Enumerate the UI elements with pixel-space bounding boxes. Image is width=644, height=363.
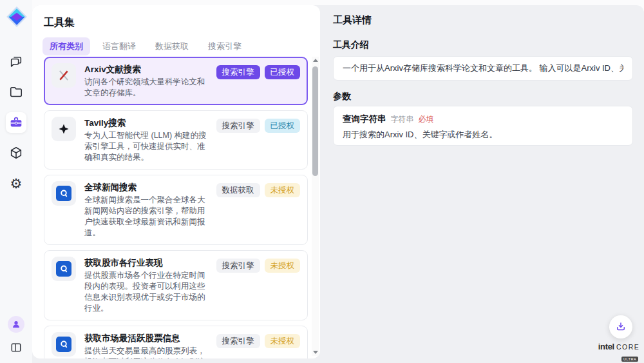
tool-icon-wrap <box>52 257 76 281</box>
card-content: 获取股市各行业表现 提供股票市场各个行业在特定时间段内的表现。投资者可以利用这些… <box>84 257 208 314</box>
sparkle-icon <box>52 117 76 141</box>
tools-panel: 工具集 所有类别 语言翻译 数据获取 搜索引擎 Arxiv文献搜索 访问各个研究… <box>32 5 320 358</box>
tool-title: Tavily搜索 <box>84 117 208 130</box>
tool-description: 全球新闻搜索是一个聚合全球各大新闻网站内容的搜索引擎，帮助用户快速获取全球最新资… <box>84 195 208 239</box>
card-content: Arxiv文献搜索 访问各个研究领域大量科学论文和文章的存储库。 <box>84 63 208 99</box>
param-box: 查询字符串 字符串 必填 用于搜索的Arxiv ID、关键字或作者姓名。 <box>333 106 633 146</box>
brand-intel-text: intel <box>598 342 614 351</box>
tool-description: 提供当天交易量最高的股票列表，投资者可以利用这些信息来识别流动性强的股票和潜在的… <box>84 346 208 358</box>
category-badge: 搜索引擎 <box>216 65 260 79</box>
intro-text: 一个用于从Arxiv存储库搜索科学论文和文章的工具。 输入可以是Arxiv ID… <box>343 63 623 74</box>
params-heading: 参数 <box>333 91 351 103</box>
cube-icon <box>9 146 23 160</box>
download-button[interactable] <box>609 315 632 338</box>
blue-search-icon <box>56 337 71 352</box>
download-icon <box>615 321 627 333</box>
tool-icon-wrap <box>52 181 76 206</box>
card-badges: 搜索引擎 已授权 <box>216 117 301 163</box>
tab-translation[interactable]: 语言翻译 <box>95 37 143 55</box>
tool-card-active-stocks[interactable]: 获取市场最活跃股票信息 提供当天交易量最高的股票列表，投资者可以利用这些信息来识… <box>44 326 308 358</box>
tab-all-categories[interactable]: 所有类别 <box>43 37 90 55</box>
card-content: Tavily搜索 专为人工智能代理 (LLM) 构建的搜索引擎工具，可快速提供实… <box>84 117 208 163</box>
sidebar-item-settings[interactable]: ⚙ <box>6 173 26 193</box>
sidebar-item-chat[interactable] <box>6 52 26 72</box>
tool-description: 访问各个研究领域大量科学论文和文章的存储库。 <box>84 77 208 99</box>
tool-title: 全球新闻搜索 <box>84 181 208 194</box>
tool-card-list: Arxiv文献搜索 访问各个研究领域大量科学论文和文章的存储库。 搜索引擎 已授… <box>44 57 308 358</box>
param-name: 查询字符串 <box>343 113 386 125</box>
toolbox-icon <box>9 115 23 130</box>
param-required-flag: 必填 <box>419 114 434 125</box>
category-badge: 搜索引擎 <box>216 119 260 133</box>
chat-icon <box>9 55 23 69</box>
card-content: 全球新闻搜索 全球新闻搜索是一个聚合全球各大新闻网站内容的搜索引擎，帮助用户快速… <box>84 181 208 239</box>
brand-ultra-badge: ULTRA <box>621 357 638 362</box>
tool-card-global-news[interactable]: 全球新闻搜索 全球新闻搜索是一个聚合全球各大新闻网站内容的搜索引擎，帮助用户快速… <box>44 175 308 245</box>
category-badge: 搜索引擎 <box>216 334 260 348</box>
user-avatar[interactable] <box>8 316 24 333</box>
folder-icon <box>9 85 23 99</box>
card-badges: 搜索引擎 未授权 <box>216 332 301 358</box>
tool-icon-wrap <box>52 332 76 357</box>
tool-title: 获取股市各行业表现 <box>84 257 208 270</box>
card-badges: 搜索引擎 已授权 <box>216 63 301 99</box>
intel-core-logo: intel CORE ULTRA <box>598 342 640 363</box>
tool-title: 获取市场最活跃股票信息 <box>84 332 208 345</box>
sidebar-item-tools[interactable] <box>6 112 26 133</box>
arxiv-x-icon <box>52 63 76 88</box>
person-icon <box>11 319 21 329</box>
card-badges: 数据获取 未授权 <box>216 181 301 239</box>
app-window: ⚙ 工具集 所有类别 语言翻译 数据获取 <box>0 0 644 363</box>
sidebar-item-packages[interactable] <box>6 142 26 163</box>
list-scrollbar[interactable] <box>312 57 319 356</box>
details-title: 工具详情 <box>333 14 372 26</box>
card-content: 获取市场最活跃股票信息 提供当天交易量最高的股票列表，投资者可以利用这些信息来识… <box>84 332 208 358</box>
intro-heading: 工具介绍 <box>333 39 369 51</box>
gem-logo-icon <box>5 5 28 28</box>
param-description: 用于搜索的Arxiv ID、关键字或作者姓名。 <box>343 129 623 141</box>
auth-status-badge: 未授权 <box>265 259 301 273</box>
tab-search-engine[interactable]: 搜索引擎 <box>201 37 249 55</box>
auth-status-badge: 已授权 <box>265 65 301 79</box>
brand-core-text: CORE <box>616 343 639 351</box>
panel-toggle-button[interactable] <box>7 338 25 357</box>
auth-status-badge: 已授权 <box>265 119 301 133</box>
tool-description: 专为人工智能代理 (LLM) 构建的搜索引擎工具，可快速提供实时、准确和真实的结… <box>84 130 208 163</box>
tool-title: Arxiv文献搜索 <box>84 63 208 76</box>
tool-card-tavily[interactable]: Tavily搜索 专为人工智能代理 (LLM) 构建的搜索引擎工具，可快速提供实… <box>44 110 308 170</box>
icon-rail: ⚙ <box>0 0 32 363</box>
scroll-up-arrow-icon[interactable] <box>313 59 318 62</box>
auth-status-badge: 未授权 <box>265 334 301 348</box>
panel-toggle-icon <box>10 341 23 354</box>
category-tabs: 所有类别 语言翻译 数据获取 搜索引擎 <box>43 37 249 55</box>
sidebar-item-files[interactable] <box>6 82 26 103</box>
blue-search-icon <box>56 261 71 277</box>
tool-description: 提供股票市场各个行业在特定时间段内的表现。投资者可以利用这些信息来识别表现优于或… <box>84 270 208 314</box>
card-badges: 搜索引擎 未授权 <box>216 257 301 314</box>
tool-card-arxiv[interactable]: Arxiv文献搜索 访问各个研究领域大量科学论文和文章的存储库。 搜索引擎 已授… <box>44 57 308 105</box>
auth-status-badge: 未授权 <box>265 183 301 197</box>
category-badge: 搜索引擎 <box>216 259 260 273</box>
gear-icon: ⚙ <box>10 177 23 190</box>
scroll-down-arrow-icon[interactable] <box>313 351 318 354</box>
param-header-row: 查询字符串 字符串 必填 <box>343 113 623 125</box>
app-logo <box>5 5 28 28</box>
intro-box: 一个用于从Arxiv存储库搜索科学论文和文章的工具。 输入可以是Arxiv ID… <box>333 56 633 81</box>
tab-data-fetch[interactable]: 数据获取 <box>148 37 196 55</box>
tool-card-sector-performance[interactable]: 获取股市各行业表现 提供股票市场各个行业在特定时间段内的表现。投资者可以利用这些… <box>44 250 308 320</box>
scrollbar-thumb[interactable] <box>312 66 318 176</box>
param-type: 字符串 <box>391 114 414 125</box>
category-badge: 数据获取 <box>216 183 260 197</box>
blue-search-icon <box>56 186 71 201</box>
page-title: 工具集 <box>44 16 75 30</box>
